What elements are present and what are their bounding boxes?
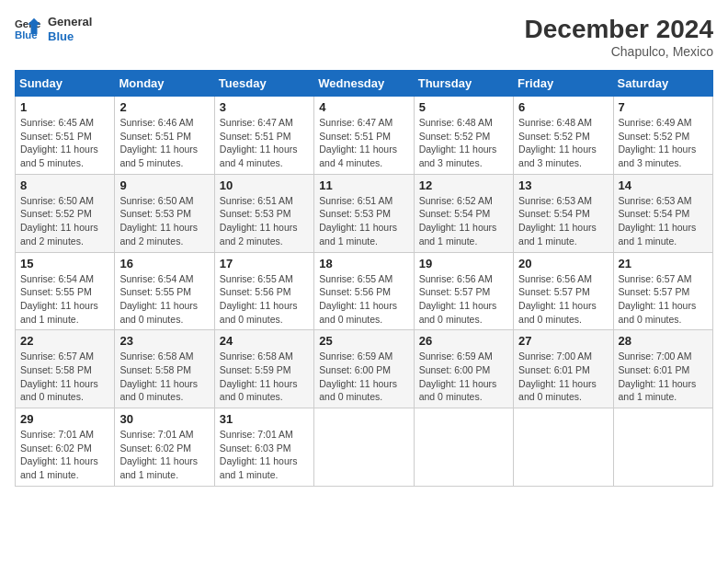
day-number: 30 <box>119 412 209 426</box>
logo-line1: General <box>48 15 92 29</box>
calendar-cell: 27 Sunrise: 7:00 AM Sunset: 6:01 PM Dayl… <box>514 330 613 408</box>
calendar-week-5: 29 Sunrise: 7:01 AM Sunset: 6:02 PM Dayl… <box>16 408 713 487</box>
header-wednesday: Wednesday <box>314 71 414 97</box>
page-header: General Blue General Blue December 2024 … <box>15 15 713 59</box>
logo-line2: Blue <box>48 29 92 44</box>
day-number: 22 <box>20 334 109 348</box>
day-info: Sunrise: 6:54 AM Sunset: 5:55 PM Dayligh… <box>119 272 209 327</box>
day-number: 3 <box>220 100 309 114</box>
calendar-cell <box>314 408 414 487</box>
day-info: Sunrise: 6:49 AM Sunset: 5:52 PM Dayligh… <box>619 116 708 170</box>
calendar-cell: 5 Sunrise: 6:48 AM Sunset: 5:52 PM Dayli… <box>414 97 513 175</box>
day-info: Sunrise: 7:00 AM Sunset: 6:01 PM Dayligh… <box>518 350 608 404</box>
day-info: Sunrise: 7:01 AM Sunset: 6:02 PM Dayligh… <box>20 428 109 482</box>
header-saturday: Saturday <box>613 71 712 97</box>
calendar-cell: 7 Sunrise: 6:49 AM Sunset: 5:52 PM Dayli… <box>613 97 712 175</box>
calendar-cell: 18 Sunrise: 6:55 AM Sunset: 5:56 PM Dayl… <box>314 252 414 330</box>
calendar-week-3: 15 Sunrise: 6:54 AM Sunset: 5:55 PM Dayl… <box>16 252 713 330</box>
calendar-cell: 19 Sunrise: 6:56 AM Sunset: 5:57 PM Dayl… <box>414 252 513 330</box>
day-number: 23 <box>119 334 209 348</box>
calendar-cell: 28 Sunrise: 7:00 AM Sunset: 6:01 PM Dayl… <box>613 330 712 408</box>
day-number: 14 <box>619 178 708 192</box>
title-block: December 2024 Chapulco, Mexico <box>525 15 713 59</box>
calendar-cell: 13 Sunrise: 6:53 AM Sunset: 5:54 PM Dayl… <box>514 174 613 252</box>
calendar-cell: 4 Sunrise: 6:47 AM Sunset: 5:51 PM Dayli… <box>314 97 414 175</box>
calendar-cell: 6 Sunrise: 6:48 AM Sunset: 5:52 PM Dayli… <box>514 97 613 175</box>
day-info: Sunrise: 6:46 AM Sunset: 5:51 PM Dayligh… <box>119 116 209 170</box>
day-number: 8 <box>20 178 109 192</box>
calendar-cell: 29 Sunrise: 7:01 AM Sunset: 6:02 PM Dayl… <box>16 408 115 487</box>
day-info: Sunrise: 6:57 AM Sunset: 5:57 PM Dayligh… <box>619 272 708 327</box>
day-number: 6 <box>518 100 608 114</box>
day-info: Sunrise: 6:48 AM Sunset: 5:52 PM Dayligh… <box>518 116 608 170</box>
header-friday: Friday <box>514 71 613 97</box>
day-info: Sunrise: 6:51 AM Sunset: 5:53 PM Dayligh… <box>220 194 309 248</box>
calendar-cell: 2 Sunrise: 6:46 AM Sunset: 5:51 PM Dayli… <box>115 97 214 175</box>
logo-icon: General Blue <box>15 17 40 42</box>
day-info: Sunrise: 6:48 AM Sunset: 5:52 PM Dayligh… <box>419 116 508 170</box>
day-number: 24 <box>220 334 309 348</box>
calendar-cell: 12 Sunrise: 6:52 AM Sunset: 5:54 PM Dayl… <box>414 174 513 252</box>
day-number: 2 <box>119 100 209 114</box>
day-info: Sunrise: 6:57 AM Sunset: 5:58 PM Dayligh… <box>20 350 109 404</box>
calendar-cell: 25 Sunrise: 6:59 AM Sunset: 6:00 PM Dayl… <box>314 330 414 408</box>
day-info: Sunrise: 6:55 AM Sunset: 5:56 PM Dayligh… <box>319 272 408 327</box>
day-number: 28 <box>619 334 708 348</box>
day-number: 1 <box>20 100 109 114</box>
day-info: Sunrise: 6:54 AM Sunset: 5:55 PM Dayligh… <box>20 272 109 327</box>
day-info: Sunrise: 6:47 AM Sunset: 5:51 PM Dayligh… <box>319 116 408 170</box>
day-number: 21 <box>619 257 708 270</box>
day-number: 10 <box>220 178 309 192</box>
header-monday: Monday <box>115 71 214 97</box>
day-number: 19 <box>419 257 508 270</box>
day-number: 27 <box>518 334 608 348</box>
day-info: Sunrise: 6:50 AM Sunset: 5:53 PM Dayligh… <box>119 194 209 248</box>
calendar-cell <box>414 408 513 487</box>
day-number: 13 <box>518 178 608 192</box>
calendar-cell: 21 Sunrise: 6:57 AM Sunset: 5:57 PM Dayl… <box>613 252 712 330</box>
calendar-cell: 3 Sunrise: 6:47 AM Sunset: 5:51 PM Dayli… <box>214 97 313 175</box>
day-number: 4 <box>319 100 408 114</box>
header-sunday: Sunday <box>16 71 115 97</box>
day-info: Sunrise: 6:59 AM Sunset: 6:00 PM Dayligh… <box>419 350 508 404</box>
day-number: 31 <box>220 412 309 426</box>
calendar-cell: 24 Sunrise: 6:58 AM Sunset: 5:59 PM Dayl… <box>214 330 313 408</box>
day-info: Sunrise: 7:00 AM Sunset: 6:01 PM Dayligh… <box>619 350 708 404</box>
calendar-cell: 1 Sunrise: 6:45 AM Sunset: 5:51 PM Dayli… <box>16 97 115 175</box>
day-info: Sunrise: 7:01 AM Sunset: 6:03 PM Dayligh… <box>220 428 309 482</box>
logo: General Blue General Blue <box>15 15 92 43</box>
day-info: Sunrise: 6:56 AM Sunset: 5:57 PM Dayligh… <box>419 272 508 327</box>
calendar-cell: 14 Sunrise: 6:53 AM Sunset: 5:54 PM Dayl… <box>613 174 712 252</box>
month-year-title: December 2024 <box>525 15 713 44</box>
day-number: 5 <box>419 100 508 114</box>
day-info: Sunrise: 6:53 AM Sunset: 5:54 PM Dayligh… <box>518 194 608 248</box>
day-info: Sunrise: 6:58 AM Sunset: 5:59 PM Dayligh… <box>220 350 309 404</box>
calendar-cell: 17 Sunrise: 6:55 AM Sunset: 5:56 PM Dayl… <box>214 252 313 330</box>
day-info: Sunrise: 6:50 AM Sunset: 5:52 PM Dayligh… <box>20 194 109 248</box>
day-info: Sunrise: 6:58 AM Sunset: 5:58 PM Dayligh… <box>119 350 209 404</box>
day-info: Sunrise: 6:55 AM Sunset: 5:56 PM Dayligh… <box>220 272 309 327</box>
calendar-cell <box>514 408 613 487</box>
calendar-cell: 30 Sunrise: 7:01 AM Sunset: 6:02 PM Dayl… <box>115 408 214 487</box>
calendar-week-1: 1 Sunrise: 6:45 AM Sunset: 5:51 PM Dayli… <box>16 97 713 175</box>
day-info: Sunrise: 6:59 AM Sunset: 6:00 PM Dayligh… <box>319 350 408 404</box>
day-info: Sunrise: 6:52 AM Sunset: 5:54 PM Dayligh… <box>419 194 508 248</box>
day-number: 7 <box>619 100 708 114</box>
day-number: 16 <box>119 257 209 270</box>
calendar-table: SundayMondayTuesdayWednesdayThursdayFrid… <box>15 70 713 487</box>
day-info: Sunrise: 7:01 AM Sunset: 6:02 PM Dayligh… <box>119 428 209 482</box>
calendar-cell: 16 Sunrise: 6:54 AM Sunset: 5:55 PM Dayl… <box>115 252 214 330</box>
day-number: 12 <box>419 178 508 192</box>
calendar-cell: 11 Sunrise: 6:51 AM Sunset: 5:53 PM Dayl… <box>314 174 414 252</box>
day-info: Sunrise: 6:47 AM Sunset: 5:51 PM Dayligh… <box>220 116 309 170</box>
calendar-cell: 15 Sunrise: 6:54 AM Sunset: 5:55 PM Dayl… <box>16 252 115 330</box>
calendar-week-2: 8 Sunrise: 6:50 AM Sunset: 5:52 PM Dayli… <box>16 174 713 252</box>
calendar-cell: 8 Sunrise: 6:50 AM Sunset: 5:52 PM Dayli… <box>16 174 115 252</box>
header-tuesday: Tuesday <box>214 71 313 97</box>
day-number: 15 <box>20 257 109 270</box>
calendar-cell: 26 Sunrise: 6:59 AM Sunset: 6:00 PM Dayl… <box>414 330 513 408</box>
calendar-cell: 22 Sunrise: 6:57 AM Sunset: 5:58 PM Dayl… <box>16 330 115 408</box>
calendar-cell <box>613 408 712 487</box>
calendar-week-4: 22 Sunrise: 6:57 AM Sunset: 5:58 PM Dayl… <box>16 330 713 408</box>
day-info: Sunrise: 6:45 AM Sunset: 5:51 PM Dayligh… <box>20 116 109 170</box>
